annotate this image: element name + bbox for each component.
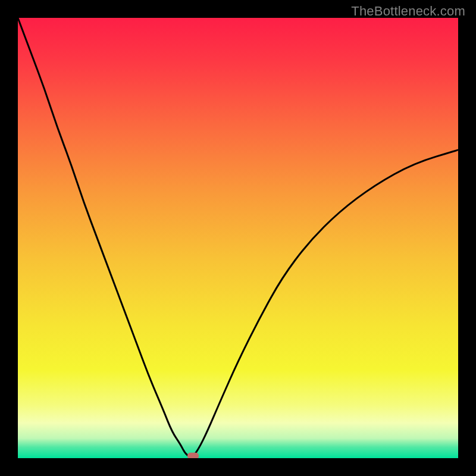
- gradient-background: [18, 18, 458, 458]
- watermark-label: TheBottleneck.com: [351, 4, 465, 19]
- plot-area: [18, 18, 458, 458]
- minimum-marker: [187, 453, 199, 458]
- chart-frame: TheBottleneck.com: [0, 0, 476, 476]
- chart-svg: [18, 18, 458, 458]
